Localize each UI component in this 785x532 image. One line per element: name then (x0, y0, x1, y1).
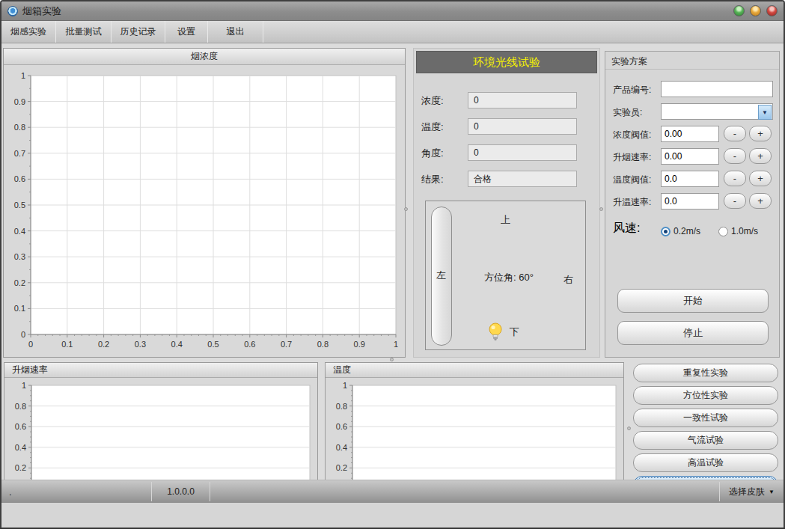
spinner-minus-button[interactable]: - (724, 148, 746, 164)
svg-text:0: 0 (21, 330, 25, 339)
svg-text:0.9: 0.9 (354, 340, 365, 349)
status-field-label: 角度: (421, 147, 444, 160)
wind-option-0[interactable]: 0.2m/s (661, 226, 700, 236)
active-test-title: 环境光线试验 (416, 51, 597, 73)
spinner-plus-button[interactable]: + (749, 126, 772, 141)
wind-option-1[interactable]: 1.0m/s (718, 226, 758, 236)
window-controls (733, 5, 778, 16)
toolbar-item-1[interactable]: 批量测试 (56, 21, 111, 43)
toolbar-item-4[interactable]: 退出 (208, 21, 263, 43)
spinner-label: 升烟速率: (613, 151, 651, 164)
svg-text:0.2: 0.2 (15, 463, 26, 472)
spinner-plus-button[interactable]: + (749, 193, 772, 209)
toolbar-item-0[interactable]: 烟感实验 (1, 21, 55, 43)
test-status-panel: 环境光线试验 浓度:0温度:0角度:0结果:合格 上 左 右 方位角: 60° (413, 48, 600, 358)
svg-text:1: 1 (21, 71, 25, 80)
concentration-chart-title: 烟浓度 (4, 49, 405, 65)
status-message: . (1, 480, 151, 503)
combobox-dropdown-icon[interactable]: ▼ (758, 105, 772, 120)
svg-text:1: 1 (22, 381, 26, 390)
toolbar: 烟感实验批量测试历史记录设置退出 (1, 21, 784, 43)
test-button-2[interactable]: 一致性试验 (633, 409, 778, 427)
radio-selected-icon[interactable] (661, 227, 671, 236)
svg-text:0.6: 0.6 (244, 340, 255, 349)
svg-text:0: 0 (28, 340, 33, 349)
svg-text:0.4: 0.4 (171, 340, 183, 349)
window-minimize-button[interactable] (733, 5, 745, 16)
test-button-1[interactable]: 方位性实验 (633, 386, 778, 405)
window-maximize-button[interactable] (750, 5, 761, 16)
concentration-chart: 00.10.20.30.40.50.60.70.80.9100.10.20.30… (4, 65, 405, 357)
product-number-label: 产品编号: (613, 84, 651, 97)
statusbar-divider (210, 482, 210, 501)
status-field-label: 浓度: (421, 94, 444, 108)
status-field-label: 结果: (421, 173, 444, 186)
app-icon (7, 6, 18, 16)
direction-panel: 上 左 右 方位角: 60° 下 (425, 201, 586, 350)
svg-text:0.3: 0.3 (14, 252, 25, 261)
svg-text:0.6: 0.6 (336, 422, 347, 431)
svg-text:1: 1 (394, 340, 398, 349)
spinner-label: 温度阀值: (613, 174, 651, 186)
chevron-down-icon: ▼ (769, 489, 775, 495)
main-area: 烟浓度 00.10.20.30.40.50.60.70.80.9100.10.2… (1, 43, 784, 503)
status-field-value[interactable]: 0 (468, 144, 577, 161)
spinner-row: 升烟速率:-+ (605, 148, 779, 165)
svg-text:0.6: 0.6 (15, 422, 26, 431)
status-field-value[interactable]: 合格 (468, 171, 577, 187)
choose-skin-button[interactable]: 选择皮肤 ▼ (720, 480, 784, 503)
start-button[interactable]: 开始 (617, 289, 769, 313)
direction-right-label: 右 (563, 273, 573, 287)
window-titlebar[interactable]: 烟箱实验 (1, 1, 784, 21)
status-field-label: 温度: (421, 120, 444, 134)
window-close-button[interactable] (766, 5, 778, 16)
light-bulb-icon (487, 322, 504, 342)
spinner-label: 浓度阀值: (613, 129, 651, 141)
test-button-4[interactable]: 高温试验 (633, 453, 778, 472)
status-field-row: 温度:0 (414, 118, 599, 135)
spinner-row: 升温速率:-+ (605, 193, 779, 210)
spinner-plus-button[interactable]: + (749, 148, 772, 164)
status-field-row: 结果:合格 (414, 171, 599, 187)
stop-button[interactable]: 停止 (617, 321, 769, 345)
spinner-row: 温度阀值:-+ (605, 171, 779, 187)
test-button-0[interactable]: 重复性实验 (633, 364, 778, 382)
status-field-value[interactable]: 0 (468, 92, 577, 108)
product-number-input[interactable] (661, 81, 773, 97)
operator-combobox[interactable]: ▼ (661, 103, 773, 120)
svg-text:0.1: 0.1 (14, 304, 25, 313)
status-bar: . 1.0.0.0 选择皮肤 ▼ (1, 480, 784, 503)
concentration-chart-panel: 烟浓度 00.10.20.30.40.50.60.70.80.9100.10.2… (3, 48, 406, 358)
spinner-input[interactable] (661, 148, 719, 165)
test-mode-buttons: 重复性实验方位性实验一致性试验气流试验高温试验环境光线试验 (633, 364, 778, 495)
test-button-3[interactable]: 气流试验 (633, 431, 778, 450)
svg-text:0.4: 0.4 (14, 227, 25, 236)
splitter-grip[interactable] (390, 358, 394, 361)
spinner-minus-button[interactable]: - (724, 193, 746, 209)
direction-top-label: 上 (501, 213, 510, 227)
radio-unselected-icon[interactable] (718, 227, 728, 236)
spinner-minus-button[interactable]: - (724, 171, 746, 186)
splitter-grip[interactable] (404, 207, 408, 211)
spinner-input[interactable] (661, 171, 719, 187)
spinner-minus-button[interactable]: - (724, 126, 746, 141)
svg-text:0.3: 0.3 (135, 340, 146, 349)
splitter-grip[interactable] (627, 426, 631, 430)
spinner-input[interactable] (661, 126, 719, 142)
spinner-input[interactable] (661, 193, 719, 210)
direction-bottom-label: 下 (510, 325, 519, 339)
toolbar-item-2[interactable]: 历史记录 (112, 21, 165, 43)
svg-text:0.8: 0.8 (317, 340, 329, 349)
splitter-grip[interactable] (599, 207, 603, 211)
toolbar-item-3[interactable]: 设置 (165, 21, 207, 43)
smoke-rate-chart-title: 升烟速率 (4, 363, 317, 378)
app-window: 烟箱实验 烟感实验批量测试历史记录设置退出 烟浓度 00.10.20.30.40… (0, 0, 785, 529)
svg-text:0.1: 0.1 (61, 340, 73, 349)
wind-option-label: 1.0m/s (731, 226, 758, 236)
operator-label: 实验员: (613, 106, 642, 119)
svg-text:0.6: 0.6 (14, 174, 25, 183)
status-field-value[interactable]: 0 (468, 118, 577, 135)
spinner-plus-button[interactable]: + (749, 171, 772, 186)
window-title: 烟箱实验 (22, 4, 61, 18)
version-label: 1.0.0.0 (152, 480, 210, 503)
